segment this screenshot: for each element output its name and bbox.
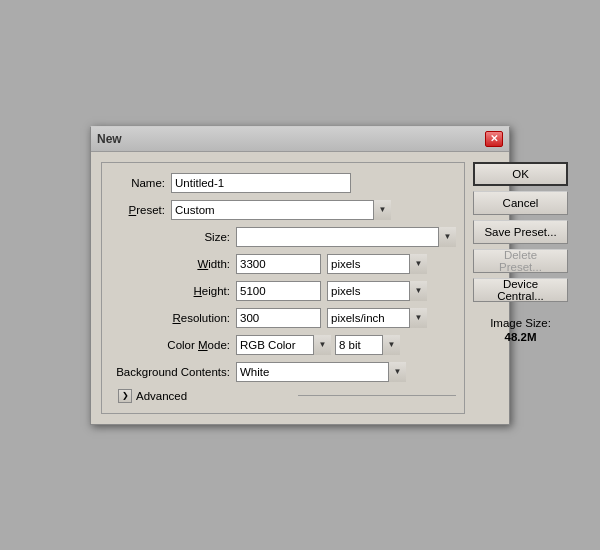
name-row: Name: <box>110 173 456 193</box>
preset-dropdown[interactable]: Custom <box>171 200 391 220</box>
width-row: Width: pixels inches cm mm ▼ <box>110 254 456 274</box>
color-mode-label: Color Mode: <box>110 339 230 351</box>
form-area: Name: Preset: Custom ▼ Size: <box>101 162 465 414</box>
title-bar: New ✕ <box>91 127 509 152</box>
dialog-body: Name: Preset: Custom ▼ Size: <box>91 152 509 424</box>
resolution-row: Resolution: pixels/inch pixels/cm ▼ <box>110 308 456 328</box>
name-label: Name: <box>110 177 165 189</box>
resolution-unit-dropdown[interactable]: pixels/inch pixels/cm <box>327 308 427 328</box>
width-label: Width: <box>110 258 230 270</box>
height-unit-wrapper: pixels inches cm mm ▼ <box>327 281 427 301</box>
resolution-unit-wrapper: pixels/inch pixels/cm ▼ <box>327 308 427 328</box>
height-input[interactable] <box>236 281 321 301</box>
size-dropdown-wrapper: ▼ <box>236 227 456 247</box>
background-dropdown[interactable]: White Background Color Transparent <box>236 362 406 382</box>
image-size-label: Image Size: <box>490 317 551 329</box>
color-mode-dropdown[interactable]: RGB Color CMYK Color Grayscale <box>236 335 331 355</box>
resolution-label: Resolution: <box>110 312 230 324</box>
advanced-toggle-button[interactable]: ❯ <box>118 389 132 403</box>
size-dropdown[interactable] <box>236 227 456 247</box>
preset-row: Preset: Custom ▼ <box>110 200 456 220</box>
advanced-label: Advanced <box>136 390 294 402</box>
close-button[interactable]: ✕ <box>485 131 503 147</box>
preset-dropdown-wrapper: Custom ▼ <box>171 200 391 220</box>
color-mode-row: Color Mode: RGB Color CMYK Color Graysca… <box>110 335 456 355</box>
size-label: Size: <box>110 231 230 243</box>
height-row: Height: pixels inches cm mm ▼ <box>110 281 456 301</box>
size-row: Size: ▼ <box>110 227 456 247</box>
image-size-area: Image Size: 48.2M <box>473 317 568 343</box>
width-input[interactable] <box>236 254 321 274</box>
device-central-button[interactable]: Device Central... <box>473 278 568 302</box>
width-unit-dropdown[interactable]: pixels inches cm mm <box>327 254 427 274</box>
height-unit-dropdown[interactable]: pixels inches cm mm <box>327 281 427 301</box>
advanced-row: ❯ Advanced <box>110 389 456 403</box>
ok-button[interactable]: OK <box>473 162 568 186</box>
preset-label: Preset: <box>110 204 165 216</box>
resolution-input[interactable] <box>236 308 321 328</box>
advanced-divider <box>298 395 456 396</box>
dialog-title: New <box>97 132 122 146</box>
bit-depth-dropdown[interactable]: 8 bit 16 bit 32 bit <box>335 335 400 355</box>
color-mode-wrapper: RGB Color CMYK Color Grayscale ▼ <box>236 335 331 355</box>
name-input[interactable] <box>171 173 351 193</box>
image-size-value: 48.2M <box>473 331 568 343</box>
new-dialog: New ✕ Name: Preset: Custom ▼ <box>90 126 510 425</box>
delete-preset-button[interactable]: Delete Preset... <box>473 249 568 273</box>
background-row: Background Contents: White Background Co… <box>110 362 456 382</box>
save-preset-button[interactable]: Save Preset... <box>473 220 568 244</box>
button-area: OK Cancel Save Preset... Delete Preset..… <box>473 162 568 414</box>
cancel-button[interactable]: Cancel <box>473 191 568 215</box>
width-unit-wrapper: pixels inches cm mm ▼ <box>327 254 427 274</box>
background-label: Background Contents: <box>110 366 230 378</box>
bit-depth-wrapper: 8 bit 16 bit 32 bit ▼ <box>335 335 400 355</box>
height-label: Height: <box>110 285 230 297</box>
background-wrapper: White Background Color Transparent ▼ <box>236 362 406 382</box>
